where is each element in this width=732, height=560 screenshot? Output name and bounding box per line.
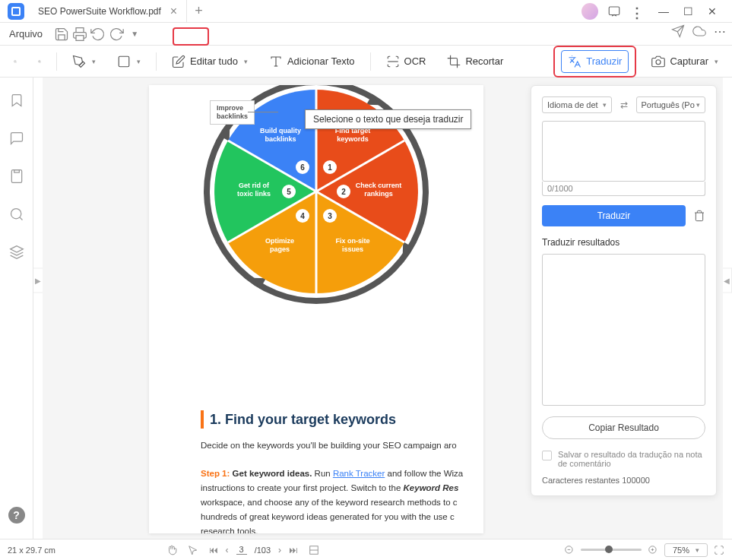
page-dimensions: 21 x 29.7 cm <box>8 546 55 555</box>
svg-line-5 <box>16 62 17 62</box>
first-page-icon[interactable]: ⏮ <box>209 545 218 555</box>
page-number-input[interactable]: 3 <box>236 545 247 555</box>
svg-rect-1 <box>76 35 84 40</box>
svg-text:pages: pages <box>270 245 290 253</box>
svg-text:Fix on-site: Fix on-site <box>335 237 369 245</box>
source-language-select[interactable]: Idioma de det▾ <box>542 96 612 113</box>
fullscreen-icon[interactable] <box>714 545 724 555</box>
svg-text:Build quality: Build quality <box>260 127 301 134</box>
svg-rect-16 <box>11 170 21 183</box>
translate-results <box>542 254 705 406</box>
doc-paragraph-6: research tools. <box>201 524 468 533</box>
highlighter-tool[interactable]: ▾ <box>66 51 102 72</box>
print-icon[interactable] <box>72 27 87 42</box>
shape-tool[interactable]: ▾ <box>111 51 147 72</box>
chars-remaining-label: Caracteres restantes 100000 <box>542 476 705 485</box>
attachment-icon[interactable] <box>9 169 24 184</box>
svg-text:Optimize: Optimize <box>265 237 294 245</box>
next-page-icon[interactable]: › <box>278 545 281 555</box>
svg-rect-11 <box>119 56 129 67</box>
char-count-label: 0/1000 <box>542 182 705 196</box>
capture-button[interactable]: Capturar▾ <box>645 51 724 72</box>
add-tab-button[interactable]: + <box>187 3 211 19</box>
svg-text:keywords: keywords <box>337 135 369 143</box>
zoom-percent-dropdown[interactable]: 75%▾ <box>664 543 708 557</box>
quickbar-caret-icon[interactable]: ▼ <box>127 27 142 42</box>
svg-point-15 <box>656 59 661 64</box>
pdf-page: 1 2 3 4 5 6 Find target keywords Check c… <box>149 85 483 533</box>
svg-marker-20 <box>10 246 23 252</box>
maximize-button[interactable]: ☐ <box>677 2 699 21</box>
hand-tool-icon[interactable] <box>166 545 177 555</box>
doc-paragraph-5: hundreds of great keyword ideas generate… <box>201 510 468 524</box>
svg-text:issues: issues <box>342 245 363 253</box>
svg-point-18 <box>11 209 21 219</box>
highlight-translate: Traduzir <box>553 46 636 78</box>
clear-icon[interactable] <box>693 209 705 223</box>
save-as-comment-checkbox[interactable] <box>542 451 552 460</box>
highlight-inicio <box>173 27 209 46</box>
bookmark-icon[interactable] <box>9 93 24 108</box>
left-sidebar: ? <box>0 78 33 539</box>
help-icon[interactable]: ? <box>8 507 25 524</box>
collapse-right-sidebar[interactable]: ◀ <box>721 267 732 293</box>
add-text-button[interactable]: Adicionar Texto <box>263 51 361 72</box>
close-tab-icon[interactable]: × <box>170 5 177 18</box>
prev-page-icon[interactable]: ‹ <box>226 545 229 555</box>
svg-text:1: 1 <box>328 163 332 172</box>
search-icon[interactable] <box>9 207 24 222</box>
doc-paragraph-4: workspace, and choose any of the keyword… <box>201 495 468 509</box>
doc-section-heading: 1. Find your target keywords <box>201 410 396 429</box>
minimize-button[interactable]: — <box>653 2 674 21</box>
save-icon[interactable] <box>54 27 69 42</box>
zoom-out-status-icon[interactable] <box>564 545 575 555</box>
translate-button[interactable]: Traduzir <box>561 50 629 73</box>
checkbox-label: Salvar o resultado da tradução na nota d… <box>558 450 705 468</box>
results-heading: Traduzir resultados <box>542 237 705 248</box>
svg-text:toxic links: toxic links <box>237 190 271 198</box>
document-tab[interactable]: SEO PowerSuite Workflow.pdf × <box>29 0 187 22</box>
zoom-slider-thumb[interactable] <box>605 546 613 553</box>
svg-text:rankings: rankings <box>364 190 393 198</box>
tab-title: SEO PowerSuite Workflow.pdf <box>38 6 161 17</box>
translate-input[interactable] <box>542 121 705 182</box>
svg-text:3: 3 <box>328 212 332 220</box>
zoom-out-icon[interactable] <box>8 54 23 69</box>
zoom-in-status-icon[interactable] <box>648 545 658 555</box>
svg-text:Check current: Check current <box>356 182 402 189</box>
comment-icon[interactable] <box>9 131 24 146</box>
doc-paragraph-3: instructions to create your first projec… <box>201 481 468 495</box>
crop-button[interactable]: Recortar <box>441 51 509 72</box>
svg-line-19 <box>19 217 22 220</box>
do-translate-button[interactable]: Traduzir <box>542 205 686 226</box>
more-menu-icon[interactable]: ⋮ <box>630 5 644 18</box>
chat-icon[interactable] <box>607 5 621 18</box>
edit-all-button[interactable]: Editar tudo▾ <box>166 51 254 72</box>
fit-width-icon[interactable] <box>309 545 319 555</box>
select-tool-icon[interactable] <box>188 545 198 555</box>
cloud-icon[interactable] <box>692 24 706 38</box>
target-language-select[interactable]: Português (Po▾ <box>636 96 706 113</box>
zoom-slider[interactable] <box>581 549 642 551</box>
svg-text:4: 4 <box>300 212 305 220</box>
redo-icon[interactable] <box>109 27 124 42</box>
undo-icon[interactable] <box>90 27 106 42</box>
close-window-button[interactable]: ✕ <box>702 2 723 21</box>
copy-result-button[interactable]: Copiar Resultado <box>542 416 705 439</box>
zoom-in-icon[interactable] <box>32 54 47 69</box>
swap-languages-button[interactable]: ⇄ <box>616 100 632 110</box>
menubar-more-icon[interactable]: ⋯ <box>714 24 727 38</box>
layers-icon[interactable] <box>9 245 24 260</box>
send-icon[interactable] <box>671 24 685 38</box>
last-page-icon[interactable]: ⏭ <box>289 545 298 555</box>
svg-text:Get rid of: Get rid of <box>239 182 270 189</box>
file-menu[interactable]: Arquivo <box>5 28 47 40</box>
ocr-button[interactable]: OCR <box>380 51 433 72</box>
status-bar: 21 x 29.7 cm ⏮ ‹ 3 /103 › ⏭ 75%▾ <box>0 539 732 560</box>
user-avatar-icon[interactable] <box>581 3 598 20</box>
doc-paragraph-2: Step 1: Get keyword ideas. Run Rank Trac… <box>201 467 468 480</box>
page-navigation: ⏮ ‹ 3 /103 › ⏭ <box>209 545 299 555</box>
rank-tracker-link[interactable]: Rank Tracker <box>333 469 385 478</box>
svg-text:2: 2 <box>341 188 346 196</box>
main-toolbar: ▾ ▾ Editar tudo▾ Adicionar Texto OCR Rec… <box>0 46 732 78</box>
